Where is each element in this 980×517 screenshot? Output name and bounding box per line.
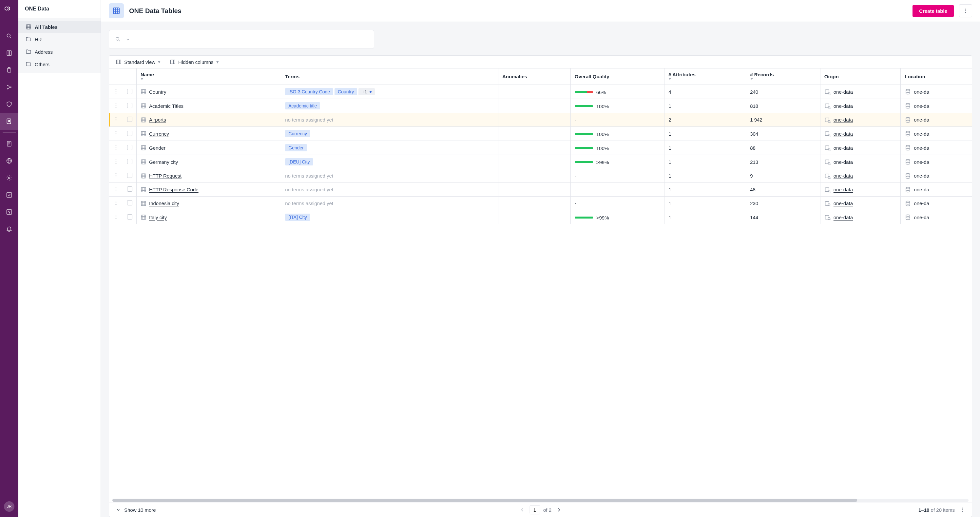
view-selector[interactable]: Standard view ▾ <box>116 59 161 65</box>
origin-link[interactable]: one-data <box>834 145 853 151</box>
cell-anomalies <box>498 155 571 169</box>
origin-link[interactable]: one-data <box>834 131 853 137</box>
create-table-button[interactable]: Create table <box>913 5 954 17</box>
row-menu-button[interactable] <box>113 186 119 192</box>
show-more-button[interactable]: Show 10 more <box>116 507 156 513</box>
rail-flow[interactable] <box>0 79 18 95</box>
origin-link[interactable]: one-data <box>834 173 853 178</box>
sidebar-item-others[interactable]: Others <box>18 58 100 70</box>
row-menu-button[interactable] <box>113 103 119 108</box>
pager-page-input[interactable] <box>530 505 540 514</box>
origin-link[interactable]: one-data <box>834 215 853 220</box>
term-chip[interactable]: Gender <box>285 144 307 151</box>
col-quality[interactable]: Overall Quality <box>570 68 664 85</box>
row-menu-button[interactable] <box>113 200 119 206</box>
row-name-link[interactable]: Currency <box>149 131 169 137</box>
term-chip-more[interactable]: +1 <box>358 88 375 95</box>
row-menu-button[interactable] <box>113 159 119 164</box>
term-chip[interactable]: [ITA] City <box>285 214 310 221</box>
row-checkbox[interactable] <box>127 103 132 108</box>
footer-menu-button[interactable] <box>959 507 965 513</box>
cell-attributes: 1 <box>665 183 746 197</box>
origin-link[interactable]: one-data <box>834 187 853 192</box>
quality-value: >99% <box>596 215 609 221</box>
col-terms[interactable]: Terms <box>281 68 498 85</box>
sort-icon <box>668 77 742 81</box>
pager-prev[interactable] <box>518 506 526 514</box>
term-chip[interactable]: ISO-3 Country Code <box>285 88 333 95</box>
table-icon <box>140 173 146 179</box>
term-chip[interactable]: Currency <box>285 130 310 137</box>
origin-link[interactable]: one-data <box>834 103 853 109</box>
row-menu-button[interactable] <box>113 145 119 150</box>
pager-next[interactable] <box>555 506 563 514</box>
col-records[interactable]: # Records <box>746 68 821 85</box>
row-checkbox[interactable] <box>127 214 132 220</box>
rail-catalog[interactable] <box>0 45 18 62</box>
row-name-link[interactable]: Academic Titles <box>149 103 183 109</box>
row-checkbox[interactable] <box>127 131 132 136</box>
user-avatar[interactable]: JR <box>4 501 14 512</box>
search-expand-icon[interactable] <box>125 37 131 42</box>
row-name-link[interactable]: Germany city <box>149 159 178 165</box>
row-checkbox[interactable] <box>127 200 132 205</box>
rail-check[interactable] <box>0 186 18 204</box>
row-checkbox[interactable] <box>127 89 132 94</box>
row-menu-button[interactable] <box>113 116 119 122</box>
row-checkbox[interactable] <box>127 186 132 192</box>
row-menu-button[interactable] <box>113 172 119 178</box>
row-name-link[interactable]: Country <box>149 89 167 95</box>
catalog-icon <box>824 130 831 137</box>
row-name-link[interactable]: Italy city <box>149 215 167 220</box>
row-menu-button[interactable] <box>113 214 119 220</box>
rail-settings[interactable] <box>0 169 18 186</box>
origin-link[interactable]: one-data <box>834 200 853 206</box>
row-checkbox[interactable] <box>127 173 132 178</box>
scrollbar-thumb[interactable] <box>112 499 857 502</box>
table-row: HTTP Response Codeno terms assigned yet-… <box>109 183 972 197</box>
rail-notifications[interactable] <box>0 221 18 237</box>
rail-doc[interactable] <box>0 135 18 152</box>
origin-link[interactable]: one-data <box>834 89 853 95</box>
row-name-link[interactable]: Indonesia city <box>149 200 179 206</box>
col-location[interactable]: Location <box>901 68 972 85</box>
row-name-link[interactable]: HTTP Request <box>149 173 181 178</box>
row-name-link[interactable]: Gender <box>149 145 165 151</box>
cell-attributes: 1 <box>665 141 746 155</box>
row-name-link[interactable]: HTTP Response Code <box>149 187 199 192</box>
quality-value: 66% <box>596 89 606 95</box>
sidebar-item-all-tables[interactable]: All Tables <box>18 21 100 33</box>
horizontal-scrollbar[interactable] <box>112 499 969 502</box>
term-chip[interactable]: Country <box>334 88 357 95</box>
row-checkbox[interactable] <box>127 117 132 122</box>
term-chip[interactable]: [DEU] City <box>285 158 313 165</box>
sidebar: ONE Data All TablesHRAddressOthers <box>18 0 101 517</box>
row-checkbox[interactable] <box>127 145 132 150</box>
row-menu-button[interactable] <box>113 130 119 136</box>
catalog-icon <box>824 145 831 151</box>
row-name-link[interactable]: Airports <box>149 117 166 122</box>
col-attributes[interactable]: # Attributes <box>665 68 746 85</box>
row-checkbox[interactable] <box>127 159 132 164</box>
col-origin[interactable]: Origin <box>820 68 901 85</box>
catalog-icon <box>824 89 831 95</box>
table-icon <box>140 89 146 95</box>
rail-search[interactable] <box>0 27 18 45</box>
rail-clipboard[interactable] <box>0 62 18 79</box>
rail-shield[interactable] <box>0 95 18 113</box>
rail-globe[interactable] <box>0 152 18 169</box>
search-bar[interactable] <box>109 30 374 49</box>
sidebar-item-address[interactable]: Address <box>18 46 100 58</box>
row-menu-button[interactable] <box>113 89 119 94</box>
term-chip[interactable]: Academic title <box>285 102 320 110</box>
hidden-columns-selector[interactable]: Hidden columns ▾ <box>170 59 219 65</box>
col-name[interactable]: Name <box>137 68 281 85</box>
rail-data[interactable] <box>0 113 18 130</box>
origin-link[interactable]: one-data <box>834 159 853 165</box>
cell-anomalies <box>498 210 571 224</box>
sidebar-item-hr[interactable]: HR <box>18 33 100 46</box>
origin-link[interactable]: one-data <box>834 117 853 122</box>
rail-health[interactable] <box>0 204 18 221</box>
col-anomalies[interactable]: Anomalies <box>498 68 571 85</box>
page-menu-button[interactable] <box>959 4 972 17</box>
